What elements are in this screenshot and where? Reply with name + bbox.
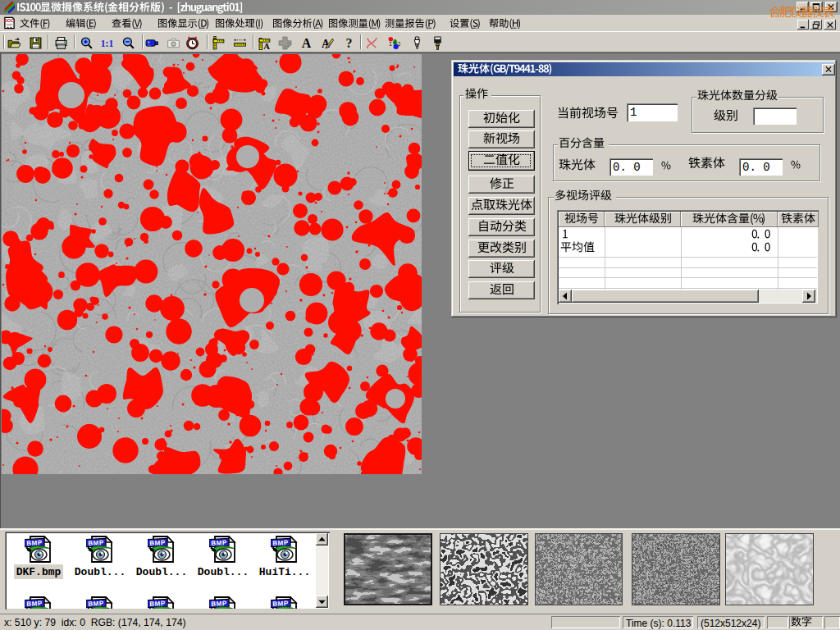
svg-text:?: ? [346, 36, 353, 50]
svg-text:1:1: 1:1 [101, 39, 114, 49]
svg-text:1: 1 [389, 41, 392, 47]
svg-text:A: A [302, 36, 312, 50]
svg-text:DOC: DOC [4, 18, 14, 23]
svg-text:2: 2 [394, 39, 397, 44]
svg-text:3: 3 [398, 41, 400, 47]
svg-text:A: A [263, 42, 270, 50]
